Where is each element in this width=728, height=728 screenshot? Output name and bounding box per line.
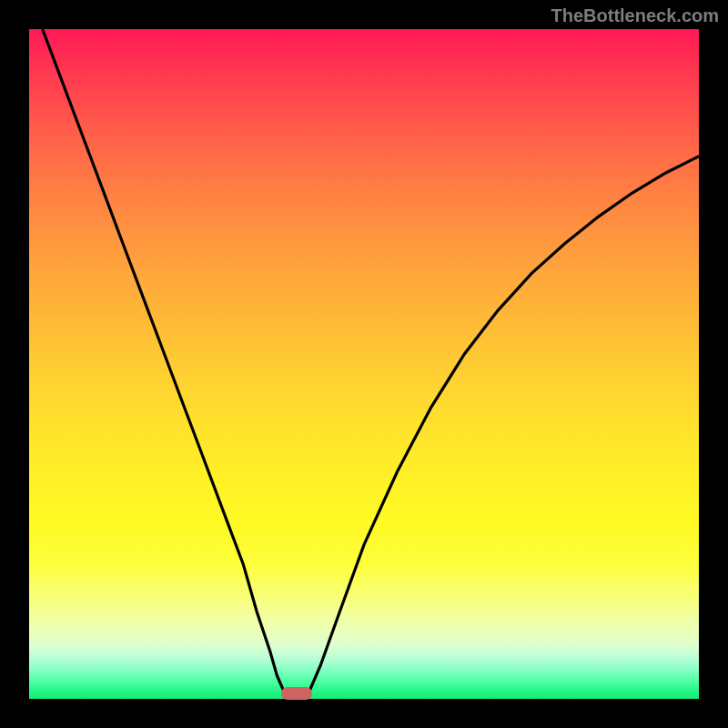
curve-overlay bbox=[29, 29, 699, 699]
curve-left bbox=[43, 29, 289, 699]
curve-right bbox=[305, 157, 699, 699]
plot-area bbox=[29, 29, 699, 699]
chart-container: TheBottleneck.com bbox=[0, 0, 728, 728]
watermark-text: TheBottleneck.com bbox=[551, 5, 719, 26]
optimal-marker bbox=[281, 687, 312, 700]
